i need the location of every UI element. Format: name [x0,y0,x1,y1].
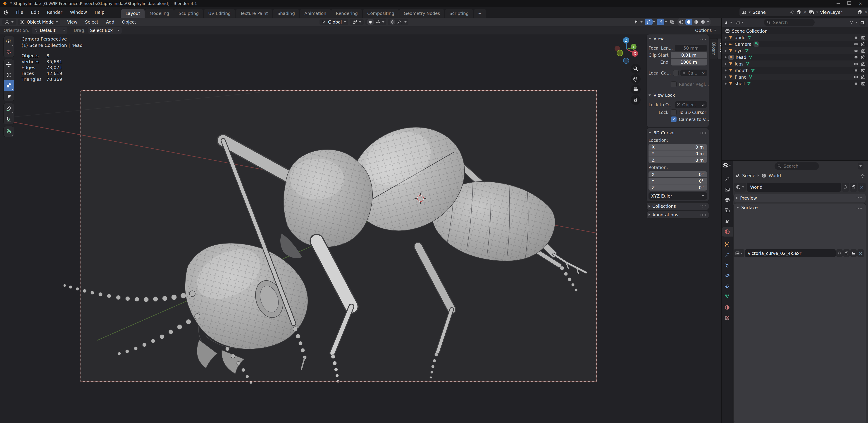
editor-divider-horizontal[interactable] [722,161,868,161]
hide-viewport-icon[interactable] [854,68,859,73]
workspace-tab-animation[interactable]: Animation [300,9,331,18]
menu-file[interactable]: File [12,10,27,15]
cursor-rot-x[interactable]: X0° [649,171,707,177]
tab-modifiers[interactable] [722,250,733,260]
tab-constraints[interactable] [722,281,733,291]
disable-render-icon[interactable] [861,68,866,73]
viewport-menu-view[interactable]: View [63,20,81,25]
shading-rendered-icon[interactable] [700,20,705,25]
workspace-tab-uv-editing[interactable]: UV Editing [204,9,235,18]
hide-viewport-icon[interactable] [854,42,859,47]
panel-grip[interactable] [700,205,707,207]
fake-user-button[interactable] [842,182,849,192]
tab-particles[interactable] [722,260,733,270]
view-panel-header[interactable]: View [649,35,707,42]
disable-render-icon[interactable] [861,35,866,40]
menu-edit[interactable]: Edit [27,10,43,15]
tool-scale[interactable] [4,80,14,91]
panel-grip[interactable] [700,214,707,216]
chevron-down-icon[interactable] [404,21,407,23]
close-button[interactable]: × [859,1,862,6]
viewport-canvas[interactable]: Camera Perspective (1) Scene Collection … [0,34,722,423]
editor-divider-vertical[interactable] [721,18,722,423]
image-name-field[interactable]: victoria_curve_02_4k.exr [745,249,836,257]
add-workspace-button[interactable]: + [474,9,486,18]
cursor-euler-dropdown[interactable]: XYZ Euler [649,192,707,200]
expand-icon[interactable] [725,43,726,46]
cursor-loc-x[interactable]: X0 m [649,144,707,150]
clip-start-field[interactable]: 0.01 m [671,52,707,58]
viewlayer-selector[interactable]: ViewLayer × [807,8,868,16]
image-open-button[interactable] [850,249,857,257]
camera-view-button[interactable] [631,85,641,94]
cursor-loc-z[interactable]: Z0 m [649,157,707,163]
hide-viewport-icon[interactable] [854,35,859,40]
outliner-row-eye[interactable]: eye [722,47,868,54]
tab-physics[interactable] [722,271,733,281]
blender-menu-logo-icon[interactable] [3,9,9,15]
expand-icon[interactable] [725,56,726,59]
tab-world[interactable] [722,227,733,236]
tool-rotate[interactable] [4,70,14,80]
view-lock-header[interactable]: View Lock [649,91,707,99]
workspace-tab-scripting[interactable]: Scripting [445,9,473,18]
hide-viewport-icon[interactable] [854,55,859,60]
outliner-row-legs[interactable]: legs [722,60,868,67]
unlink-world-button[interactable]: × [858,182,866,192]
tool-add-primitive[interactable] [4,126,14,137]
maximize-button[interactable] [847,1,851,5]
disable-render-icon[interactable] [861,42,866,47]
expand-icon[interactable] [725,36,726,39]
tool-move[interactable] [4,59,14,70]
tool-orientation-dropdown[interactable]: Default [32,27,67,34]
tab-object-data[interactable] [722,292,733,301]
expand-icon[interactable] [725,62,726,65]
expand-icon[interactable] [725,76,726,78]
menu-window[interactable]: Window [66,10,91,15]
lock-to-object-field[interactable]: Object [675,101,707,108]
tab-object[interactable] [722,240,733,249]
image-unlink-button[interactable]: × [857,249,864,257]
clip-end-field[interactable]: 1000 m [671,59,707,65]
viewport-menu-add[interactable]: Add [102,20,118,25]
panel-grip[interactable] [700,37,707,40]
surface-panel-header[interactable]: Surface [734,203,866,212]
disable-render-icon[interactable] [861,48,866,53]
cursor-panel-header[interactable]: 3D Cursor [649,129,707,136]
menu-help[interactable]: Help [91,10,108,15]
new-collection-button[interactable] [859,19,866,26]
workspace-tab-rendering[interactable]: Rendering [331,9,362,18]
tool-cursor[interactable] [4,47,14,57]
duplicate-world-button[interactable] [850,182,857,192]
scene-selector[interactable]: Scene × [740,8,809,16]
pin-id-icon[interactable] [860,173,865,178]
shading-wireframe-icon[interactable] [679,20,684,25]
focal-length-field[interactable]: 50 mm [675,45,707,51]
new-viewlayer-copy-icon[interactable] [858,10,862,15]
camera-to-view-checkbox[interactable]: ✓ [671,116,677,122]
proportional-editing-toggle[interactable] [390,19,395,25]
tab-tool[interactable] [722,174,733,184]
shading-material-icon[interactable] [694,20,699,25]
cursor-rot-z[interactable]: Z0° [649,185,707,191]
eyedropper-icon[interactable] [702,103,705,107]
workspace-tab-geometry-nodes[interactable]: Geometry Nodes [399,9,444,18]
options-dropdown[interactable]: Options [693,27,718,34]
expand-icon[interactable] [725,69,726,72]
image-duplicate-button[interactable] [843,249,850,257]
panel-grip[interactable] [856,197,863,199]
to-3d-cursor-checkbox[interactable] [671,109,677,115]
hide-viewport-icon[interactable] [854,48,859,53]
tool-measure[interactable] [4,114,14,124]
browse-world-button[interactable] [734,182,746,192]
chevron-down-icon[interactable] [653,21,655,23]
workspace-tab-sculpting[interactable]: Sculpting [174,9,204,18]
tab-material[interactable] [722,303,733,312]
scene-icon[interactable] [735,173,740,178]
render-region-checkbox[interactable] [671,81,677,87]
tab-output[interactable] [722,195,733,205]
properties-search[interactable] [775,162,819,170]
gizmos-toggle[interactable] [645,19,653,25]
transform-orientation-dropdown[interactable]: Global [319,19,348,25]
outliner-search[interactable] [764,19,815,26]
